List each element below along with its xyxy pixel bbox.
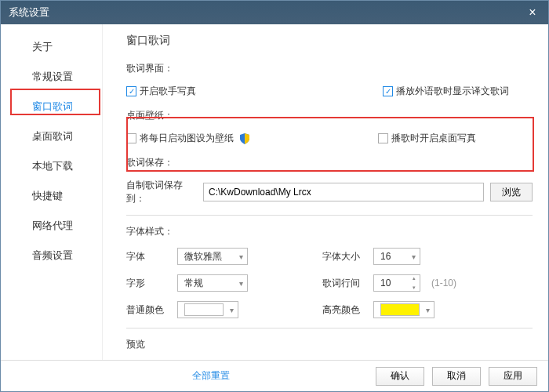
checkbox-singer-photo[interactable]: ✓ 开启歌手写真 [126,85,196,98]
line-spacing-label: 歌词行间 [322,277,365,290]
sidebar-item-audio[interactable]: 音频设置 [1,241,102,270]
highlight-color-select[interactable] [373,301,434,318]
checkbox-icon: ✓ [126,133,136,143]
checkbox-play-wallpaper[interactable]: ✓ 播歌时开启桌面写真 [378,132,476,145]
window-title: 系统设置 [9,5,49,20]
font-label: 字体 [126,250,169,263]
normal-color-swatch [184,303,224,316]
checkbox-translation[interactable]: ✓ 播放外语歌时显示译文歌词 [383,85,509,98]
highlight-color-label: 高亮颜色 [322,303,365,317]
sidebar-item-window-lyrics[interactable]: 窗口歌词 [1,92,102,122]
section-font-label: 字体样式： [126,225,533,238]
browse-button[interactable]: 浏览 [490,183,533,201]
apply-button[interactable]: 应用 [489,367,537,386]
sidebar-item-about[interactable]: 关于 [1,32,102,62]
checkmark-icon: ✓ [126,86,136,96]
checkmark-icon: ✓ [383,86,393,96]
normal-color-select[interactable] [177,301,238,318]
content-panel: 窗口歌词 歌词界面： ✓ 开启歌手写真 ✓ 播放外语歌时显示译文歌词 桌面壁纸：… [103,24,548,360]
sidebar-item-desktop-lyrics[interactable]: 桌面歌词 [1,122,102,151]
normal-color-label: 普通颜色 [126,303,169,317]
line-spacing-spinner[interactable]: 10 [373,274,420,292]
section-save-label: 歌词保存： [126,156,533,169]
save-path-label: 自制歌词保存到： [126,179,197,205]
close-icon[interactable]: × [525,5,540,20]
checkbox-daily-wallpaper[interactable]: ✓ 将每日启动图设为壁纸 [126,132,249,145]
divider [126,328,533,328]
checkbox-icon: ✓ [378,133,388,143]
titlebar: 系统设置 × [1,1,548,24]
sidebar-item-general[interactable]: 常规设置 [1,62,102,92]
sidebar-item-local-download[interactable]: 本地下载 [1,151,102,181]
font-select[interactable]: 微软雅黑 [177,248,248,265]
checkbox-label: 播歌时开启桌面写真 [391,132,476,145]
line-spacing-hint: (1-10) [431,278,456,289]
footer: 全部重置 确认 取消 应用 [1,360,548,391]
shield-icon [240,133,249,144]
ok-button[interactable]: 确认 [376,367,424,386]
font-style-label: 字形 [126,277,169,290]
reset-all-link[interactable]: 全部重置 [192,369,230,383]
font-style-select[interactable]: 常规 [177,274,248,292]
sidebar-item-proxy[interactable]: 网络代理 [1,211,102,241]
save-path-input[interactable] [203,183,484,201]
checkbox-label: 开启歌手写真 [140,85,196,98]
highlight-color-swatch [380,303,420,316]
sidebar: 关于 常规设置 窗口歌词 桌面歌词 本地下载 快捷键 网络代理 音频设置 [1,24,103,360]
sidebar-item-hotkey[interactable]: 快捷键 [1,181,102,211]
preview-label: 预览 [126,338,533,351]
checkbox-label: 将每日启动图设为壁纸 [140,132,234,145]
section-interface-label: 歌词界面： [126,62,533,75]
section-wallpaper-label: 桌面壁纸： [126,109,533,122]
checkbox-label: 播放外语歌时显示译文歌词 [396,85,509,98]
font-size-select[interactable]: 16 [373,248,420,265]
cancel-button[interactable]: 取消 [432,367,481,386]
page-title: 窗口歌词 [126,34,533,48]
font-size-label: 字体大小 [322,250,365,263]
divider [126,215,533,216]
